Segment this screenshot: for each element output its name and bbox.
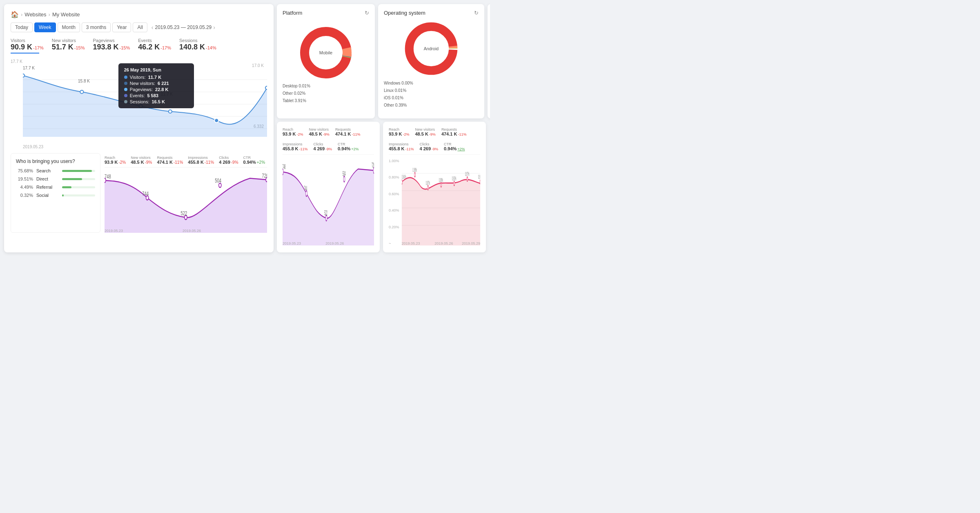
ctr-chart-card: Reach 93.9 K-2% New visitors 48.5 K-9% R…: [383, 122, 486, 252]
source-row-social: 0.32% Social: [16, 193, 95, 198]
svg-text:0.96%: 0.96%: [478, 174, 480, 180]
metric-label: Sessions: [179, 38, 216, 43]
metric-label: Pageviews: [93, 38, 130, 43]
btn-year[interactable]: Year: [112, 22, 131, 32]
svg-point-59: [402, 180, 402, 184]
reach-big-chart: 748 744 522 504 726: [283, 159, 374, 245]
os-donut: Android: [401, 19, 462, 78]
metric-sessions: Sessions 140.8 K -14%: [179, 38, 216, 54]
tooltip-nv-label: New visitors:: [130, 81, 155, 86]
svg-point-8: [169, 110, 172, 113]
svg-text:0.89%: 0.89%: [439, 177, 443, 183]
svg-text:744: 744: [142, 190, 149, 197]
svg-text:748: 748: [283, 163, 285, 170]
source-row-search: 75.68% Search: [16, 168, 95, 173]
svg-text:504: 504: [343, 170, 346, 177]
metric-change: -15%: [120, 45, 130, 50]
who-users-title: Who is bringing you users?: [16, 158, 95, 164]
tooltip-date: 26 May 2019, Sun: [124, 67, 188, 72]
metric-value: 193.8 K: [93, 43, 118, 51]
svg-text:748: 748: [105, 172, 111, 180]
metric-pageviews: Pageviews 193.8 K -15%: [93, 38, 130, 54]
breadcrumb-separator2: ›: [49, 11, 50, 18]
svg-text:726: 726: [372, 161, 374, 169]
btn-all[interactable]: All: [133, 22, 147, 32]
next-date-btn[interactable]: ›: [213, 24, 215, 31]
svg-text:0.93%: 0.93%: [452, 176, 456, 182]
stats-row-bottom: Reach 93.9 K -2% New visitors 48.5 K -9%: [105, 153, 267, 167]
metric-value: 140.8 K: [179, 43, 205, 51]
os-legend-windows: Windows 0.00%: [384, 80, 479, 87]
btn-today[interactable]: Today: [11, 22, 33, 32]
breadcrumb-separator: ›: [21, 11, 22, 18]
tooltip-visitors-label: Visitors:: [130, 75, 146, 80]
main-chart: 17.7 K 17.0 K 6.332: [11, 59, 267, 149]
svg-point-65: [480, 180, 480, 184]
metric-label: Visitors: [11, 38, 44, 43]
metric-change: -15%: [74, 45, 85, 50]
breadcrumb: 🏠 › Websites › My Website: [11, 11, 267, 18]
home-icon[interactable]: 🏠: [11, 11, 19, 18]
breadcrumb-mywebsite: My Website: [52, 11, 80, 18]
svg-text:0.87%: 0.87%: [425, 180, 430, 186]
metric-change: -17%: [160, 45, 171, 50]
btn-3months[interactable]: 3 months: [82, 22, 111, 32]
platform-legend-tablet: Tablet 3.91%: [283, 97, 369, 105]
svg-text:744: 744: [304, 185, 307, 192]
metric-visitors: Visitors 90.9 K -17%: [11, 38, 44, 54]
source-row-direct: 19.51% Direct: [16, 176, 95, 181]
os-legend-ios: iOS 0.01%: [384, 94, 479, 102]
tooltip-pv-value: 22.8 K: [155, 87, 168, 92]
date-nav: Today Week Month 3 months Year All ‹ 201…: [11, 22, 267, 32]
svg-text:0.94%: 0.94%: [402, 174, 406, 180]
reach-chart-card: Reach 93.9 K-2% New visitors 48.5 K-9% R…: [277, 122, 380, 252]
platform-donut: Mobile: [297, 24, 354, 81]
svg-point-60: [414, 173, 415, 177]
who-users-panel: Who is bringing you users? 75.68% Search…: [11, 153, 100, 233]
metric-value: 90.9 K: [11, 43, 32, 51]
svg-point-6: [80, 90, 83, 94]
tooltip-ev-value: 5 583: [147, 93, 158, 98]
platform-legend-other: Other 0.02%: [283, 90, 369, 97]
source-row-referral: 4.49% Referral: [16, 185, 95, 190]
platform-legend-desktop: Desktop 0.01%: [283, 83, 369, 90]
svg-text:504: 504: [215, 176, 221, 184]
btn-week[interactable]: Week: [34, 22, 56, 32]
ctr-chart: 0.94% 0.98% 0.87% 0.89% 0.93% 0.97% 0.96…: [402, 159, 480, 245]
tooltip-ev-label: Events:: [130, 93, 145, 98]
svg-point-63: [453, 181, 454, 186]
metric-events: Events 46.2 K -17%: [138, 38, 171, 54]
reach-chart: 748 744 522 504 726: [105, 170, 267, 233]
svg-text:Mobile: Mobile: [319, 50, 332, 55]
platform-refresh[interactable]: ↻: [365, 10, 369, 16]
prev-date-btn[interactable]: ‹: [151, 24, 154, 31]
os-refresh[interactable]: ↻: [474, 10, 479, 16]
svg-text:0.98%: 0.98%: [412, 167, 416, 173]
browser-card: Browser ↻: [488, 4, 490, 118]
metric-new-visitors: New visitors 51.7 K -15%: [52, 38, 85, 54]
metrics-row: Visitors 90.9 K -17% New visitors 51.7 K…: [11, 38, 267, 54]
svg-point-10: [265, 86, 267, 89]
os-legend-linux: Linux 0.01%: [384, 87, 479, 94]
tooltip-visitors-value: 11.7 K: [148, 75, 161, 80]
metric-change: -14%: [206, 45, 216, 50]
svg-point-61: [427, 185, 428, 190]
svg-text:Android: Android: [424, 46, 439, 51]
tooltip-pv-label: Pageviews:: [130, 87, 153, 92]
platform-card: Platform ↻: [277, 4, 375, 118]
metric-label: New visitors: [52, 38, 85, 43]
tooltip: 26 May 2019, Sun Visitors: 11.7 K New vi…: [118, 63, 194, 108]
svg-text:726: 726: [262, 172, 267, 179]
metric-value: 51.7 K: [52, 43, 74, 51]
os-card: Operating system ↻ Android: [378, 4, 484, 118]
svg-text:0.97%: 0.97%: [465, 171, 469, 177]
btn-month[interactable]: Month: [58, 22, 80, 32]
os-title: Operating system: [384, 10, 479, 16]
metric-change: -17%: [33, 45, 44, 50]
svg-point-62: [440, 183, 441, 187]
svg-text:522: 522: [180, 210, 187, 217]
svg-point-11: [214, 118, 218, 123]
breadcrumb-websites[interactable]: Websites: [24, 11, 46, 18]
os-legend-other: Other 0.39%: [384, 102, 479, 109]
tooltip-sess-label: Sessions:: [130, 99, 149, 104]
